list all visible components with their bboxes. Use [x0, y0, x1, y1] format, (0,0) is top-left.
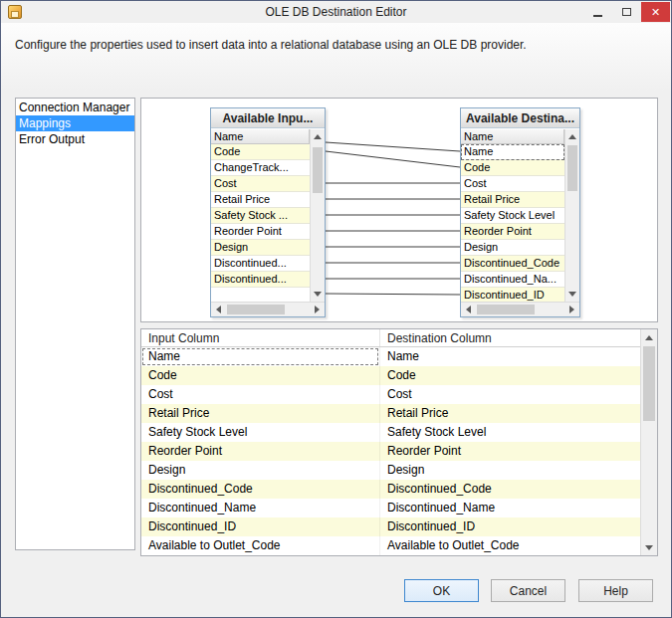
- scroll-right-icon[interactable]: [564, 303, 579, 316]
- input-column-cell[interactable]: Discontinued_ID: [141, 517, 379, 536]
- column-list-item[interactable]: Discontinued_ID: [461, 288, 564, 302]
- available-input-columns-body: Name CodeChangeTrack...CostRetail PriceS…: [211, 129, 325, 316]
- input-column-cell[interactable]: Name: [141, 347, 379, 366]
- column-list-item[interactable]: Retail Price: [211, 192, 310, 208]
- table-row: CodeCode: [141, 366, 640, 385]
- column-list-item[interactable]: Cost: [461, 176, 564, 192]
- column-list-item[interactable]: Safety Stock ...: [211, 208, 310, 224]
- input-column-cell[interactable]: Discontinued_Name: [141, 499, 379, 517]
- input-name-column-header: Name: [211, 129, 310, 144]
- column-list-item[interactable]: Design: [461, 240, 564, 256]
- help-button[interactable]: Help: [578, 579, 653, 602]
- scroll-down-icon[interactable]: [311, 287, 325, 302]
- scroll-up-icon[interactable]: [565, 129, 579, 144]
- input-column-cell[interactable]: Safety Stock Level: [141, 423, 379, 442]
- scroll-right-icon[interactable]: [310, 303, 325, 316]
- table-vertical-scrollbar[interactable]: [640, 329, 657, 555]
- minimize-button[interactable]: [583, 2, 612, 22]
- destination-columns-list: NameCodeCostRetail PriceSafety Stock Lev…: [461, 144, 564, 302]
- mapping-table: Input Column Destination Column NameName…: [140, 328, 658, 556]
- scrollbar-thumb[interactable]: [477, 305, 535, 314]
- input-column-cell[interactable]: Retail Price: [141, 404, 379, 423]
- scrollbar-thumb[interactable]: [227, 305, 285, 314]
- destination-column-cell[interactable]: Discontinued_Name: [379, 499, 640, 517]
- column-list-item[interactable]: Discontinued...: [211, 256, 310, 272]
- available-input-columns-box: Available Inpu... Name CodeChangeTrack..…: [210, 107, 326, 317]
- available-input-columns-title[interactable]: Available Inpu...: [211, 108, 325, 128]
- input-column-cell[interactable]: Discontinued_Code: [141, 480, 379, 499]
- destination-column-cell[interactable]: Discontinued_ID: [379, 517, 640, 536]
- column-list-item[interactable]: Design: [211, 240, 310, 256]
- destination-column-cell[interactable]: Retail Price: [379, 404, 640, 423]
- destination-vertical-scrollbar[interactable]: [564, 129, 579, 302]
- table-row: Safety Stock LevelSafety Stock Level: [141, 423, 640, 442]
- scroll-left-icon[interactable]: [461, 303, 476, 316]
- column-list-item[interactable]: Reorder Point: [211, 224, 310, 240]
- destination-name-column-header: Name: [461, 129, 564, 144]
- minimize-icon: [593, 15, 602, 17]
- scrollbar-thumb[interactable]: [567, 145, 577, 191]
- sidebar-list: Connection ManagerMappingsError Output: [15, 98, 135, 550]
- destination-horizontal-scrollbar[interactable]: [461, 302, 579, 316]
- input-column-cell[interactable]: Available to Outlet_Code: [141, 536, 379, 555]
- scrollbar-thumb[interactable]: [643, 346, 655, 421]
- destination-column-cell[interactable]: Safety Stock Level: [379, 423, 640, 442]
- input-horizontal-scrollbar[interactable]: [211, 302, 325, 316]
- input-column-cell[interactable]: Reorder Point: [141, 442, 379, 461]
- column-list-item[interactable]: Name: [461, 144, 564, 160]
- window-controls: ✕: [583, 2, 670, 22]
- column-list-item[interactable]: Discontinued...: [211, 272, 310, 288]
- scroll-down-icon[interactable]: [565, 287, 579, 302]
- available-destination-columns-title[interactable]: Available Destina...: [461, 108, 579, 128]
- column-list-item[interactable]: Cost: [211, 176, 310, 192]
- input-columns-list: CodeChangeTrack...CostRetail PriceSafety…: [211, 144, 310, 302]
- input-vertical-scrollbar[interactable]: [310, 129, 325, 302]
- maximize-icon: [622, 8, 631, 16]
- table-row: DesignDesign: [141, 461, 640, 480]
- scroll-down-icon[interactable]: [641, 539, 657, 555]
- available-destination-columns-box: Available Destina... Name NameCodeCostRe…: [460, 107, 580, 317]
- table-row: CostCost: [141, 385, 640, 404]
- ole-db-destination-editor-window: OLE DB Destination Editor ✕ Configure th…: [0, 0, 672, 618]
- column-list-item[interactable]: Discontinued_Na...: [461, 272, 564, 288]
- table-row: Discontinued_CodeDiscontinued_Code: [141, 480, 640, 499]
- dialog-description: Configure the properties used to insert …: [15, 38, 527, 52]
- column-list-item[interactable]: Retail Price: [461, 192, 564, 208]
- destination-column-cell[interactable]: Design: [379, 461, 640, 480]
- scroll-left-icon[interactable]: [211, 303, 226, 316]
- description-band: Configure the properties used to insert …: [1, 23, 671, 91]
- maximize-button[interactable]: [612, 2, 641, 22]
- table-row: Reorder PointReorder Point: [141, 442, 640, 461]
- column-list-item[interactable]: Code: [461, 160, 564, 176]
- scroll-up-icon[interactable]: [311, 129, 325, 144]
- sidebar-item-mappings[interactable]: Mappings: [16, 115, 134, 131]
- table-row: Discontinued_IDDiscontinued_ID: [141, 517, 640, 536]
- scrollbar-thumb[interactable]: [313, 147, 323, 193]
- sidebar-item-error-output[interactable]: Error Output: [16, 131, 134, 147]
- table-row: NameName: [141, 347, 640, 366]
- ok-button[interactable]: OK: [404, 579, 479, 602]
- input-column-cell[interactable]: Design: [141, 461, 379, 480]
- column-list-item[interactable]: Reorder Point: [461, 224, 564, 240]
- destination-column-cell[interactable]: Cost: [379, 385, 640, 404]
- column-list-item[interactable]: Code: [211, 144, 310, 160]
- destination-column-cell[interactable]: Reorder Point: [379, 442, 640, 461]
- input-column-cell[interactable]: Cost: [141, 385, 379, 404]
- column-list-item[interactable]: ChangeTrack...: [211, 160, 310, 176]
- destination-column-cell[interactable]: Available to Outlet_Code: [379, 536, 640, 555]
- window-title: OLE DB Destination Editor: [1, 1, 671, 23]
- close-button[interactable]: ✕: [641, 2, 670, 22]
- input-column-header: Input Column: [141, 329, 379, 346]
- column-list-item[interactable]: Safety Stock Level: [461, 208, 564, 224]
- available-destination-columns-body: Name NameCodeCostRetail PriceSafety Stoc…: [461, 129, 579, 316]
- table-row: Retail PriceRetail Price: [141, 404, 640, 423]
- cancel-button[interactable]: Cancel: [491, 579, 565, 602]
- destination-column-cell[interactable]: Code: [379, 366, 640, 385]
- sidebar-item-connection-manager[interactable]: Connection Manager: [16, 100, 134, 115]
- destination-column-cell[interactable]: Name: [379, 347, 640, 366]
- title-bar[interactable]: OLE DB Destination Editor ✕: [1, 1, 671, 23]
- destination-column-cell[interactable]: Discontinued_Code: [379, 480, 640, 499]
- input-column-cell[interactable]: Code: [141, 366, 379, 385]
- scroll-up-icon[interactable]: [641, 329, 657, 345]
- column-list-item[interactable]: Discontinued_Code: [461, 256, 564, 272]
